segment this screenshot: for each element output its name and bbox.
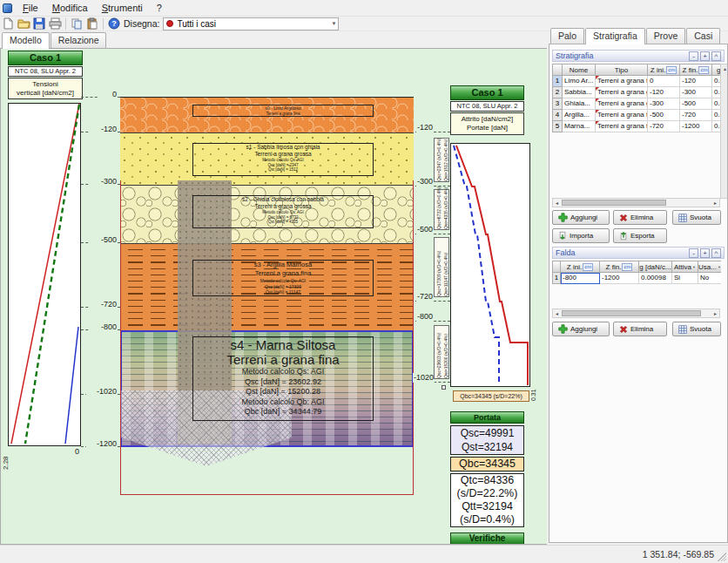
scroll-left-icon[interactable]: ◄ (555, 311, 559, 316)
cell-zfin[interactable]: -1200 (680, 121, 712, 132)
scroll-up-icon[interactable]: ▲ (723, 66, 727, 71)
tab-casi[interactable]: Casi (686, 28, 720, 44)
table-row[interactable]: 4 Argilla... Terreni a grana fi... -500 … (553, 110, 721, 121)
strat-elimina-button[interactable]: Elimina (613, 210, 667, 225)
cell-nome[interactable]: Sabbia... (563, 87, 596, 98)
new-file-button[interactable] (0, 17, 16, 31)
cell-nome[interactable]: Argilla... (563, 110, 596, 121)
cell-zini[interactable]: -500 (648, 110, 680, 121)
layer-s0-label: s0 - Limo Argilloso Terreni a grana fina (192, 105, 374, 117)
falda-svuota-button[interactable]: Svuota (672, 322, 721, 336)
verifiche-button[interactable]: Verifiche (450, 532, 524, 545)
save-button[interactable] (31, 17, 47, 31)
cell-tipo[interactable]: Terreni a grana g... (596, 87, 648, 98)
cell-zini[interactable]: 0 (648, 76, 680, 87)
scrollbar-thumb[interactable] (562, 310, 701, 316)
col-zini[interactable]: Z ini.cm (648, 64, 680, 76)
copy-button[interactable] (69, 17, 84, 31)
cell-nome[interactable]: Ghiaia... (563, 98, 596, 110)
unit-cm-button[interactable]: cm (622, 263, 632, 271)
disegna-combobox[interactable]: Tutti i casi ▼ (163, 17, 339, 31)
cell-tipo[interactable]: Terreni a grana fi... (596, 121, 648, 132)
filter-icon[interactable]: ▼ (692, 265, 696, 269)
help-button[interactable]: ? (106, 17, 122, 31)
right-tab-bar: Palo Stratigrafia Prove Casi (550, 28, 721, 44)
cell-zini[interactable]: -720 (648, 121, 680, 132)
scrollbar-thumb[interactable] (562, 200, 666, 206)
row-number[interactable]: 1 (553, 76, 563, 87)
horizontal-scrollbar[interactable]: ◄ ► (552, 198, 720, 207)
plus-button[interactable]: + (700, 51, 710, 61)
falda-aggiungi-button[interactable]: Aggiungi (552, 322, 610, 336)
scroll-left-icon[interactable]: ◄ (555, 200, 559, 206)
scroll-right-icon[interactable]: ► (713, 200, 718, 206)
cell-usa[interactable]: No (698, 273, 721, 284)
minus-button[interactable]: - (689, 248, 698, 258)
col-zfin[interactable]: Z fin.cm (600, 261, 639, 273)
vertical-scrollbar[interactable]: ▲ (720, 64, 728, 199)
table-row[interactable]: 3 Ghiaia... Terreni a grana g... -300 -5… (553, 98, 721, 110)
chart-corner-handle[interactable] (442, 385, 446, 390)
cell-gamma[interactable]: 0.00098 (639, 273, 672, 284)
cell-zini[interactable]: -120 (648, 87, 680, 98)
cell-tipo[interactable]: Terreni a grana fi... (596, 110, 648, 121)
chevron-down-icon[interactable]: ▼ (332, 21, 337, 26)
cell-zfin[interactable]: -120 (680, 76, 712, 87)
menu-strumenti[interactable]: Strumenti (95, 1, 150, 15)
strat-importa-button[interactable]: Importa (552, 228, 610, 243)
row-number[interactable]: 3 (553, 98, 563, 110)
cell-tipo[interactable]: Terreni a grana fi... (596, 76, 648, 87)
falda-elimina-button[interactable]: Elimina (613, 322, 667, 336)
print-button[interactable] (47, 17, 63, 31)
tab-stratigrafia[interactable]: Stratigrafia (585, 28, 645, 44)
minus-button[interactable]: - (689, 51, 698, 61)
menu-file[interactable]: File (16, 1, 45, 15)
col-nome[interactable]: Nome (563, 64, 596, 76)
strat-aggiungi-button[interactable]: Aggiungi (552, 210, 610, 225)
table-row[interactable]: 1 -800 -1200 0.00098 Si No (553, 273, 721, 284)
cell-zini[interactable]: -300 (648, 98, 680, 110)
cell-zini[interactable]: -800 (561, 273, 600, 284)
row-number[interactable]: 4 (553, 110, 563, 121)
cell-nome[interactable]: Marna... (563, 121, 596, 132)
cell-zfin[interactable]: -500 (680, 98, 712, 110)
row-number[interactable]: 2 (553, 87, 563, 98)
table-row[interactable]: 1 Limo Ar... Terreni a grana fi... 0 -12… (553, 76, 721, 87)
col-gamma[interactable]: g [daN/c... (639, 261, 672, 273)
col-attiva[interactable]: Attiva▼ (672, 261, 698, 273)
cell-attiva[interactable]: Si (672, 273, 698, 284)
cell-zfin[interactable]: -720 (680, 110, 712, 121)
collapse-button[interactable]: ^ (711, 248, 721, 258)
cell-zfin[interactable]: -1200 (600, 273, 639, 284)
cell-nome[interactable]: Limo Ar... (563, 76, 596, 87)
menu-modifica[interactable]: Modifica (45, 1, 95, 15)
col-usa[interactable]: Usa...▼ (698, 261, 721, 273)
col-zfin[interactable]: Z fin.cm (680, 64, 712, 76)
plus-button[interactable]: + (700, 248, 710, 258)
tab-palo[interactable]: Palo (550, 28, 584, 44)
resize-grip[interactable] (718, 553, 726, 561)
strat-esporta-button[interactable]: Esporta (613, 228, 667, 243)
cell-tipo[interactable]: Terreni a grana g... (596, 98, 648, 110)
filter-icon[interactable]: ▼ (718, 265, 721, 269)
unit-cm-button[interactable]: cm (666, 66, 677, 74)
tab-relazione[interactable]: Relazione (51, 32, 107, 48)
table-row[interactable]: 5 Marna... Terreni a grana fi... -720 -1… (553, 121, 721, 132)
row-number[interactable]: 1 (553, 273, 561, 284)
col-zini[interactable]: Z ini.cm (561, 261, 600, 273)
tab-modello[interactable]: Modello (2, 32, 50, 49)
horizontal-scrollbar[interactable]: ◄ ► (552, 309, 720, 318)
open-file-button[interactable] (16, 17, 31, 31)
scroll-right-icon[interactable]: ► (713, 311, 718, 316)
menu-help[interactable]: ? (150, 1, 169, 15)
col-tipo[interactable]: Tipo (596, 64, 648, 76)
collapse-button[interactable]: ^ (711, 51, 721, 61)
unit-cm-button[interactable]: cm (698, 66, 709, 74)
unit-cm-button[interactable]: cm (583, 263, 593, 271)
paste-button[interactable] (84, 17, 100, 31)
cell-zfin[interactable]: -300 (680, 87, 712, 98)
tab-prove[interactable]: Prove (646, 28, 685, 44)
strat-svuota-button[interactable]: Svuota (672, 210, 721, 225)
table-row[interactable]: 2 Sabbia... Terreni a grana g... -120 -3… (553, 87, 721, 98)
row-number[interactable]: 5 (553, 121, 563, 132)
